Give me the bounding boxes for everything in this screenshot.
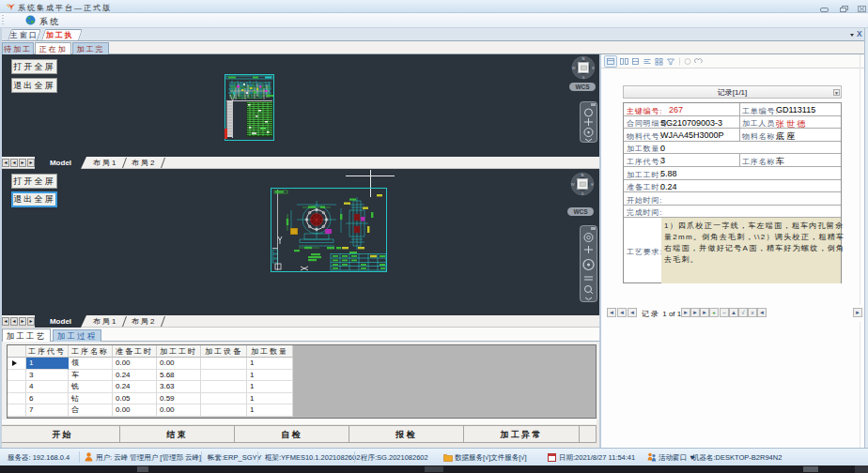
svg-text:N: N bbox=[581, 173, 584, 177]
svg-text:E: E bbox=[591, 182, 594, 187]
svg-text:W: W bbox=[571, 182, 575, 187]
svg-text:W: W bbox=[572, 66, 576, 70]
svg-text:N: N bbox=[582, 56, 585, 61]
svg-text:E: E bbox=[592, 66, 595, 70]
svg-text:S: S bbox=[582, 75, 585, 80]
svg-text:S: S bbox=[581, 191, 584, 196]
